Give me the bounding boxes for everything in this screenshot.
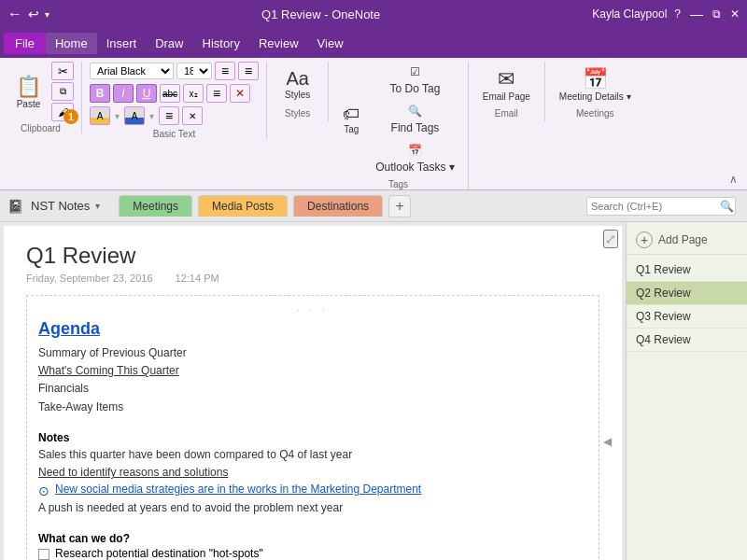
restore-button[interactable]: ⧉ — [712, 7, 721, 21]
title-bar: ← ↩ ▾ Q1 Review - OneNote Kayla Claypool… — [0, 0, 747, 28]
menu-bar: File Home Insert Draw History Review Vie… — [0, 28, 747, 58]
outlook-tasks-button[interactable]: 📅 Outlook Tasks ▾ — [370, 140, 459, 177]
minimize-button[interactable]: — — [690, 7, 703, 21]
search-icon[interactable]: 🔍 — [720, 200, 734, 213]
collapse-panel-button[interactable]: ◀ — [603, 435, 612, 448]
highlight-button[interactable]: A — [90, 106, 110, 125]
tab-destinations[interactable]: Destinations — [293, 195, 383, 217]
underline-button[interactable]: U — [136, 84, 157, 103]
notes-line-1: Sales this quarter have been down compar… — [38, 446, 587, 464]
menu-insert[interactable]: Insert — [97, 33, 147, 54]
bullet-icon: ⊙ — [38, 483, 49, 498]
page-item-q3[interactable]: Q3 Review — [627, 305, 747, 329]
checkbox-item-1: Research potential destination "hot-spot… — [38, 547, 587, 560]
basic-text-label: Basic Text — [90, 129, 259, 139]
email-page-button[interactable]: ✉ Email Page — [476, 62, 537, 106]
menu-view[interactable]: View — [308, 33, 353, 54]
ribbon: 📋 Paste ✂ ⧉ 🖌 1 Clipboard — [0, 58, 747, 190]
styles-button[interactable]: Aa Styles — [275, 62, 320, 106]
menu-home[interactable]: Home — [46, 33, 97, 54]
menu-history[interactable]: History — [193, 33, 249, 54]
add-page-icon: + — [636, 231, 653, 248]
page-item-q2[interactable]: Q2 Review — [627, 282, 747, 305]
notes-heading: Notes — [38, 431, 587, 444]
main-area: ⤢ Q1 Review Friday, September 23, 2016 1… — [0, 222, 747, 560]
page-content: ⤢ Q1 Review Friday, September 23, 2016 1… — [4, 226, 622, 560]
search-input[interactable] — [591, 201, 720, 212]
back-button[interactable]: ← — [7, 6, 22, 22]
menu-draw[interactable]: Draw — [146, 33, 192, 54]
numbered-list-button[interactable]: ≡ — [238, 62, 259, 80]
email-label: Email — [495, 108, 518, 119]
italic-button[interactable]: I — [113, 84, 134, 103]
indent-button[interactable]: ≡ — [206, 84, 227, 103]
notes-line-3: ⊙ New social media strategies are in the… — [38, 483, 587, 498]
agenda-item-4: Take-Away Items — [38, 399, 587, 416]
font-color-button[interactable]: A — [124, 106, 145, 125]
add-page-button[interactable]: + Add Page — [627, 226, 747, 255]
date-text: Friday, September 23, 2016 — [26, 273, 153, 284]
close-button[interactable]: ✕ — [730, 7, 740, 21]
notification-badge: 1 — [63, 109, 78, 124]
agenda-heading: Agenda — [38, 319, 587, 339]
styles-label: Styles — [285, 108, 310, 119]
tag-button[interactable]: 🏷 Tag — [336, 97, 366, 142]
notes-line-4: A push is needed at years end to avoid t… — [38, 499, 587, 517]
clipboard-label: Clipboard — [7, 123, 74, 133]
bold-button[interactable]: B — [90, 84, 110, 103]
meetings-label: Meetings — [576, 108, 614, 119]
font-size-select[interactable]: 18 — [176, 63, 212, 79]
tab-media-posts[interactable]: Media Posts — [198, 195, 288, 217]
page-item-q1[interactable]: Q1 Review — [627, 259, 747, 282]
font-family-select[interactable]: Arial Black — [90, 63, 174, 79]
list-button[interactable]: ≡ — [215, 62, 235, 80]
content-text-box: · · · Agenda Summary of Previous Quarter… — [26, 295, 599, 560]
expand-button[interactable]: ⤢ — [603, 230, 618, 248]
find-tags-button[interactable]: 🔍 Find Tags — [370, 101, 459, 138]
align-button[interactable]: ≡ — [159, 106, 179, 125]
menu-review[interactable]: Review — [249, 33, 308, 54]
tab-meetings[interactable]: Meetings — [119, 195, 192, 217]
notebook-name: NST Notes — [31, 199, 90, 213]
what-can-we-do-heading: What can we do? — [38, 532, 587, 545]
pages-panel: + Add Page Q1 Review Q2 Review Q3 Review… — [626, 222, 747, 560]
undo-button[interactable]: ↩ — [28, 7, 39, 21]
time-text: 12:14 PM — [176, 273, 219, 284]
ribbon-collapse-button[interactable]: ∧ — [724, 169, 743, 189]
add-tab-button[interactable]: + — [388, 195, 411, 217]
notes-line-2[interactable]: Need to identify reasons and solutions — [38, 464, 587, 482]
todo-tag-button[interactable]: ☑ To Do Tag — [370, 62, 459, 99]
title-bar-nav: ← ↩ ▾ — [7, 6, 49, 22]
help-button[interactable]: ? — [674, 7, 681, 21]
subscript-button[interactable]: x₂ — [183, 84, 204, 103]
agenda-item-3: Financials — [38, 380, 587, 398]
format-painter-button[interactable]: 🖌 1 — [51, 103, 74, 121]
strikethrough-button[interactable]: abc — [160, 84, 180, 103]
meeting-details-button[interactable]: 📅 Meeting Details ▾ — [553, 62, 638, 106]
page-date: Friday, September 23, 2016 12:14 PM — [26, 273, 599, 284]
search-box: 🔍 — [586, 197, 736, 216]
menu-file[interactable]: File — [4, 33, 46, 54]
page-item-q4[interactable]: Q4 Review — [627, 329, 747, 352]
outdent-button[interactable]: ✕ — [230, 84, 250, 103]
page-title: Q1 Review — [26, 243, 599, 269]
notebook-bar: 📓 NST Notes ▾ Meetings Media Posts Desti… — [0, 190, 747, 222]
cut-button[interactable]: ✂ — [51, 62, 74, 80]
copy-button[interactable]: ⧉ — [51, 82, 74, 101]
notebook-dropdown-button[interactable]: ▾ — [95, 201, 100, 211]
checkbox-1[interactable] — [38, 549, 49, 560]
agenda-item-2[interactable]: What's Coming This Quarter — [38, 362, 587, 380]
drag-handle[interactable]: · · · — [38, 305, 587, 315]
user-name: Kayla Claypool — [592, 7, 667, 21]
title-bar-actions: ? — ⧉ ✕ — [674, 7, 740, 21]
clear-format-button[interactable]: ✕ — [182, 106, 203, 125]
agenda-item-1: Summary of Previous Quarter — [38, 344, 587, 362]
paste-button[interactable]: 📋 Paste — [7, 68, 49, 115]
window-title: Q1 Review - OneNote — [49, 7, 592, 21]
tags-label: Tags — [336, 179, 459, 189]
notebook-icon: 📓 — [7, 199, 23, 214]
